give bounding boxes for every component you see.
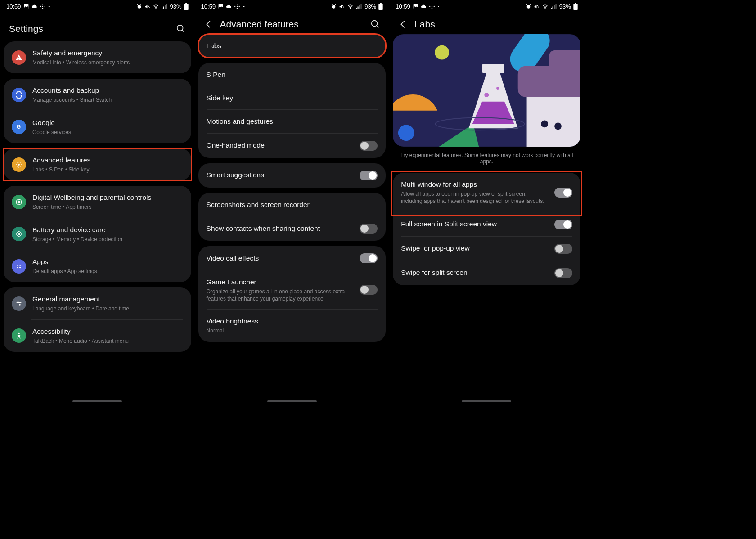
list-item[interactable]: Labs	[198, 34, 386, 58]
svg-point-55	[432, 8, 432, 9]
svg-rect-12	[166, 4, 167, 9]
item-subtitle: Google services	[32, 129, 183, 136]
item-label: Smart suggestions	[207, 171, 354, 180]
item-subtitle: Storage • Memory • Device protection	[32, 236, 183, 243]
back-button[interactable]	[398, 19, 408, 29]
svg-point-2	[42, 4, 43, 4]
back-button[interactable]	[204, 19, 214, 29]
list-item[interactable]: AppsDefault apps • App settings	[4, 250, 191, 282]
nav-indicator	[462, 400, 511, 402]
advanced-icon	[12, 157, 26, 172]
item-label: Screenshots and screen recorder	[207, 200, 378, 209]
toggle-switch[interactable]	[360, 224, 378, 234]
svg-point-24	[17, 232, 22, 237]
header: Labs	[389, 13, 584, 34]
features-group: S PenSide keyMotions and gesturesOne-han…	[198, 63, 386, 157]
list-item[interactable]: Motions and gestures	[198, 110, 386, 133]
list-item[interactable]: Show contacts when sharing content	[198, 216, 386, 241]
item-label: Motions and gestures	[207, 117, 378, 126]
labs-illustration	[393, 34, 580, 147]
battery-icon	[184, 3, 189, 10]
phone-screen-labs: 10:59 • 93% Labs	[389, 0, 584, 404]
svg-rect-48	[379, 4, 383, 9]
list-item[interactable]: Safety and emergencyMedical info • Wirel…	[4, 41, 191, 73]
svg-point-15	[177, 25, 183, 31]
svg-rect-14	[184, 4, 188, 9]
svg-point-40	[332, 5, 336, 9]
list-item[interactable]: General managementLanguage and keyboard …	[4, 287, 191, 319]
nav-indicator	[72, 400, 122, 402]
item-subtitle: Manage accounts • Smart Switch	[32, 96, 183, 103]
list-item[interactable]: Full screen in Split screen view	[393, 212, 580, 237]
list-item[interactable]: Game LauncherOrganize all your games all…	[198, 270, 386, 310]
gallery-icon	[413, 4, 418, 9]
google-icon: G	[12, 120, 26, 134]
toggle-switch[interactable]	[360, 285, 378, 295]
labs-group: Multi window for all appsAllow all apps …	[393, 173, 580, 285]
settings-group: Advanced featuresLabs • S Pen • Side key	[4, 148, 191, 180]
list-item[interactable]: Multi window for all appsAllow all apps …	[393, 173, 580, 212]
list-item[interactable]: AccessibilityTalkBack • Mono audio • Ass…	[4, 320, 191, 352]
toggle-switch[interactable]	[554, 220, 572, 229]
list-item[interactable]: Swipe for split screen	[393, 261, 580, 285]
svg-point-39	[239, 6, 240, 7]
settings-list: Safety and emergencyMedical info • Wirel…	[0, 41, 195, 352]
search-button[interactable]	[176, 24, 186, 34]
list-item[interactable]: Side key	[198, 86, 386, 110]
list-item[interactable]: Screenshots and screen recorder	[198, 193, 386, 216]
svg-point-23	[18, 233, 20, 235]
svg-line-41	[342, 5, 344, 8]
status-time: 10:59	[201, 3, 216, 10]
svg-point-5	[44, 6, 45, 7]
list-item[interactable]: S Pen	[198, 63, 386, 86]
list-item[interactable]: Digital Wellbeing and parental controlsS…	[4, 186, 191, 218]
list-item[interactable]: Smart suggestions	[198, 163, 386, 188]
toggle-switch[interactable]	[554, 244, 572, 254]
svg-point-75	[485, 93, 489, 97]
toggle-switch[interactable]	[554, 268, 572, 278]
page-title: Settings	[9, 23, 43, 34]
search-button[interactable]	[370, 19, 380, 29]
toggle-switch[interactable]	[360, 141, 378, 151]
search-icon	[176, 24, 186, 34]
svg-point-8	[156, 8, 156, 9]
settings-group: General managementLanguage and keyboard …	[4, 287, 191, 352]
item-label: General management	[32, 295, 183, 304]
battery-icon	[12, 227, 26, 241]
svg-point-25	[17, 264, 18, 265]
svg-rect-45	[359, 5, 360, 9]
item-label: One-handed mode	[207, 141, 354, 150]
cloud-icon	[32, 4, 38, 9]
list-item[interactable]: GGoogleGoogle services	[4, 111, 191, 143]
advanced-features-list: LabsS PenSide keyMotions and gesturesOne…	[195, 34, 390, 342]
svg-point-52	[429, 6, 430, 7]
cloud-icon	[421, 4, 427, 9]
svg-point-6	[137, 5, 141, 9]
safety-icon	[12, 50, 26, 65]
signal-icon	[356, 4, 362, 9]
header: Settings	[0, 13, 195, 41]
list-item[interactable]: One-handed mode	[198, 134, 386, 158]
svg-rect-46	[361, 4, 362, 9]
page-title: Advanced features	[220, 19, 299, 30]
mute-icon	[339, 4, 345, 9]
status-bar: 10:59 • 93%	[0, 0, 195, 13]
svg-point-36	[237, 4, 238, 4]
list-item[interactable]: Battery and device careStorage • Memory …	[4, 218, 191, 250]
list-item[interactable]: Video call effects	[198, 246, 386, 270]
item-label: Safety and emergency	[32, 49, 183, 58]
list-item[interactable]: Swipe for pop-up view	[393, 237, 580, 261]
svg-point-37	[237, 6, 238, 7]
status-bar: 10:59 • 93%	[389, 0, 584, 13]
toggle-switch[interactable]	[360, 171, 378, 180]
toggle-switch[interactable]	[554, 188, 572, 198]
toggle-switch[interactable]	[360, 253, 378, 263]
signal-icon	[551, 4, 557, 9]
item-subtitle: TalkBack • Mono audio • Assistant menu	[32, 337, 183, 345]
list-item[interactable]: Accounts and backupManage accounts • Sma…	[4, 79, 191, 111]
alarm-icon	[136, 4, 142, 9]
svg-point-56	[433, 6, 434, 7]
chevron-left-icon	[398, 19, 408, 29]
list-item[interactable]: Advanced featuresLabs • S Pen • Side key	[4, 148, 191, 180]
list-item[interactable]: Video brightnessNormal	[198, 310, 386, 341]
